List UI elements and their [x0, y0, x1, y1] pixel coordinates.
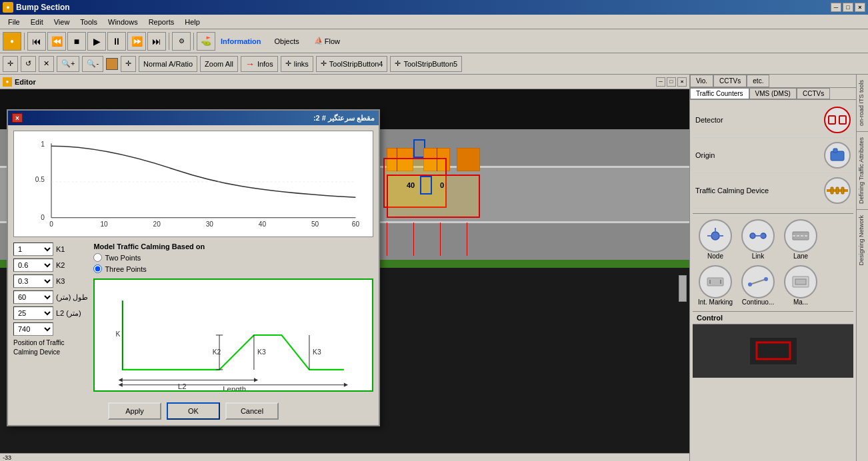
- objects-tab[interactable]: Objects: [267, 36, 307, 47]
- l2-select[interactable]: 25: [13, 306, 53, 320]
- color-swatch[interactable]: [106, 58, 118, 70]
- toolstrip4-btn[interactable]: ✛ ToolStripButton4: [316, 56, 388, 72]
- three-points-option[interactable]: Three Points: [93, 264, 373, 273]
- step-back-btn[interactable]: ⏪: [47, 32, 66, 51]
- control-section: Control: [693, 311, 853, 378]
- continuo-svg: [747, 271, 769, 292]
- right-tab-etc[interactable]: etc.: [747, 75, 769, 87]
- traffic-tab-counters[interactable]: Traffic Counters: [690, 88, 749, 99]
- svg-text:40: 40: [259, 221, 267, 228]
- pause-btn[interactable]: ⏸: [107, 32, 126, 51]
- scroll-label: -33: [3, 454, 11, 461]
- menu-view[interactable]: View: [49, 17, 75, 27]
- close-btn[interactable]: ×: [855, 3, 865, 12]
- length-select[interactable]: 60: [13, 290, 53, 304]
- form-area: 1 K1 0.6 K2: [13, 242, 373, 392]
- lane-icon[interactable]: [784, 219, 817, 252]
- svg-point-43: [750, 233, 755, 238]
- menu-file[interactable]: File: [3, 17, 25, 27]
- menu-windows[interactable]: Windows: [103, 17, 143, 27]
- rewind-btn[interactable]: ⏮: [27, 32, 46, 51]
- right-panel-content: Detector Origin: [690, 100, 856, 461]
- flow-tab[interactable]: ⛵ Flow: [309, 35, 345, 47]
- toolstrip4-label: ToolStripButton4: [329, 60, 383, 68]
- svg-text:K3: K3: [258, 348, 267, 356]
- editor-header: ● Editor ─ □ ×: [0, 75, 689, 89]
- traffic-tab-vms[interactable]: VMS (DMS): [749, 88, 797, 99]
- move-btn[interactable]: ✛: [3, 56, 18, 72]
- settings-btn[interactable]: ⚙: [172, 32, 191, 51]
- editor-minimize-btn[interactable]: ─: [656, 77, 665, 87]
- ok-btn[interactable]: OK: [167, 402, 220, 420]
- information-tab[interactable]: Information: [217, 36, 265, 47]
- zoom-in-btn[interactable]: 🔍+: [57, 56, 79, 72]
- origin-icon[interactable]: [824, 142, 851, 169]
- svg-point-54: [764, 277, 768, 281]
- svg-rect-56: [795, 279, 806, 284]
- canvas-area[interactable]: 40 0 -33: [0, 89, 689, 461]
- two-points-radio[interactable]: [93, 253, 102, 262]
- zoom-all-label: Zoom All: [205, 60, 233, 68]
- node-icon[interactable]: [699, 219, 732, 252]
- int-marking-icon[interactable]: [699, 265, 732, 298]
- zoom-out-btn[interactable]: 🔍-: [82, 56, 103, 72]
- infos-btn[interactable]: → Infos: [241, 56, 278, 72]
- modal-close-btn[interactable]: ×: [12, 113, 23, 123]
- speed-text-2: 0: [440, 181, 444, 189]
- three-points-label: Three Points: [105, 265, 146, 273]
- menu-tools[interactable]: Tools: [75, 17, 103, 27]
- k1-select[interactable]: 1: [13, 242, 53, 256]
- pos-select[interactable]: 740: [13, 322, 53, 336]
- zoom-all-btn[interactable]: Zoom All: [200, 56, 238, 72]
- traffic-tab-cctvs2[interactable]: CCTVs: [797, 88, 830, 99]
- side-strip: on-road ITS tools Defining Traffic Attri…: [856, 75, 868, 461]
- menu-edit[interactable]: Edit: [25, 17, 49, 27]
- tcd-icon[interactable]: [824, 177, 851, 204]
- detector-icon[interactable]: [824, 107, 851, 133]
- modal-body: 1 0.5 0 0 10 20 30 40 50 60: [8, 125, 379, 397]
- title-bar: ● Bump Section ─ □ ×: [0, 0, 868, 15]
- two-points-label: Two Points: [105, 254, 141, 262]
- model-area: Model Traffic Calming Based on Two Point…: [93, 242, 373, 392]
- scrollbar-bottom[interactable]: -33: [0, 453, 689, 461]
- refresh-btn[interactable]: ↺: [21, 56, 36, 72]
- k3-select[interactable]: 0.3: [13, 274, 53, 288]
- svg-rect-37: [836, 187, 839, 194]
- tool-origin: Origin: [693, 138, 853, 173]
- control-preview: [693, 324, 853, 378]
- continuo-icon[interactable]: [741, 265, 775, 298]
- flag-btn[interactable]: ⛳: [197, 32, 215, 51]
- menu-help[interactable]: Help: [179, 17, 205, 27]
- origin-svg: [828, 146, 847, 165]
- editor-maximize-btn[interactable]: □: [667, 77, 676, 87]
- svg-text:1: 1: [41, 141, 45, 148]
- two-points-option[interactable]: Two Points: [93, 253, 373, 262]
- radio-group: Two Points Three Points: [93, 253, 373, 273]
- k2-select[interactable]: 0.6: [13, 258, 53, 272]
- play-btn[interactable]: ▶: [87, 32, 106, 51]
- editor-close-btn[interactable]: ×: [677, 77, 687, 87]
- l2-field: 25 L2 (متر): [13, 306, 88, 320]
- maximize-btn[interactable]: □: [843, 3, 853, 12]
- svg-text:K2: K2: [213, 348, 221, 356]
- move-btn2[interactable]: ✛: [121, 56, 136, 72]
- right-tab-vio[interactable]: Vio.: [690, 75, 713, 87]
- cancel-btn[interactable]: Cancel: [225, 402, 279, 420]
- minimize-btn[interactable]: ─: [831, 3, 841, 12]
- right-tab-cctvs[interactable]: CCTVs: [713, 75, 747, 87]
- stop-btn[interactable]: ■: [67, 32, 86, 51]
- fast-fwd-btn[interactable]: ⏭: [147, 32, 166, 51]
- step-fwd-btn[interactable]: ⏩: [127, 32, 146, 51]
- links-btn[interactable]: ✛ links: [281, 56, 313, 72]
- apply-btn[interactable]: Apply: [108, 402, 161, 420]
- menu-reports[interactable]: Reports: [143, 17, 180, 27]
- ma-icon[interactable]: [784, 265, 817, 298]
- scroll-indicator: [679, 275, 687, 302]
- cancel-action-btn[interactable]: ✕: [39, 56, 54, 72]
- normal-ratio-btn[interactable]: Normal A/Ratio: [139, 56, 197, 72]
- toolstrip5-btn[interactable]: ✛ ToolStripButton5: [390, 56, 462, 72]
- svg-text:50: 50: [311, 221, 319, 228]
- network-tools-2: Int. Marking Continuo...: [693, 262, 853, 308]
- three-points-radio[interactable]: [93, 264, 102, 273]
- link-icon[interactable]: [741, 219, 775, 252]
